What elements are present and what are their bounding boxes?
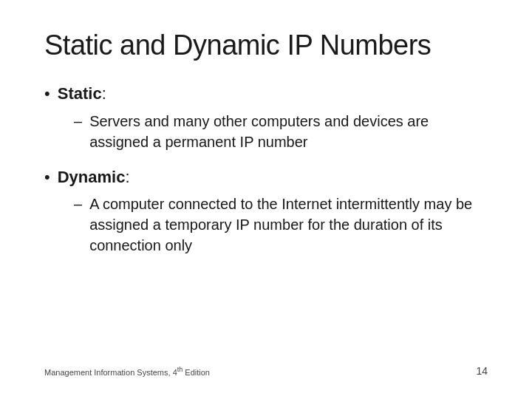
- slide: Static and Dynamic IP Numbers • Static: …: [0, 0, 532, 399]
- static-label: Static: [58, 84, 102, 103]
- slide-footer: Management Information Systems, 4th Edit…: [44, 358, 488, 377]
- dynamic-sub-dash: –: [74, 194, 82, 214]
- dynamic-main-text: Dynamic:: [58, 167, 130, 188]
- dynamic-main-bullet: • Dynamic:: [44, 167, 488, 188]
- dynamic-label: Dynamic: [58, 168, 126, 186]
- static-sub-text: Servers and many other computers and dev…: [89, 111, 488, 152]
- dynamic-section: • Dynamic: – A computer connected to the…: [44, 167, 488, 256]
- dynamic-sub-bullet: – A computer connected to the Internet i…: [74, 194, 488, 256]
- bullet-dot-static: •: [44, 83, 50, 105]
- static-section: • Static: – Servers and many other compu…: [44, 83, 488, 152]
- static-main-text: Static:: [58, 83, 106, 105]
- slide-content: • Static: – Servers and many other compu…: [44, 83, 488, 358]
- footer-page-number: 14: [476, 365, 488, 377]
- footer-citation: Management Information Systems, 4th Edit…: [44, 366, 210, 377]
- bullet-dot-dynamic: •: [44, 167, 50, 188]
- static-sub-dash: –: [74, 111, 82, 132]
- static-main-bullet: • Static:: [44, 83, 488, 105]
- static-sub-bullet: – Servers and many other computers and d…: [74, 111, 488, 152]
- dynamic-sub-text: A computer connected to the Internet int…: [89, 194, 488, 256]
- slide-title: Static and Dynamic IP Numbers: [44, 30, 488, 61]
